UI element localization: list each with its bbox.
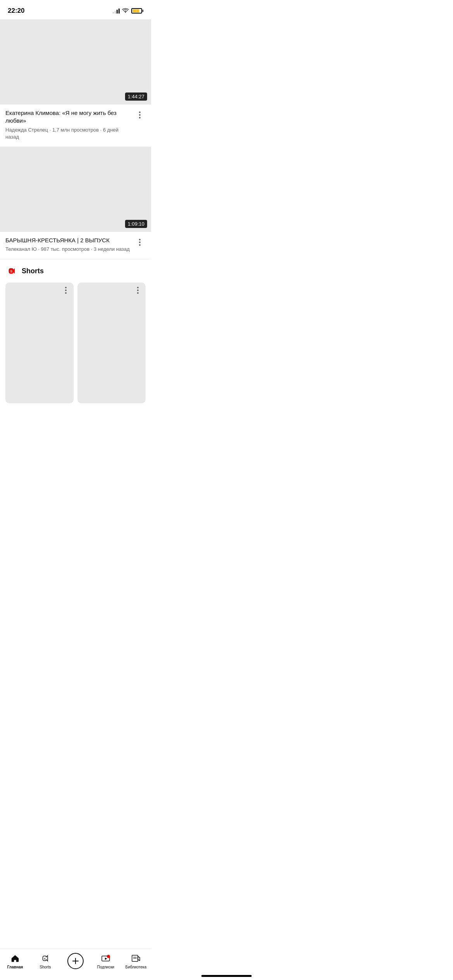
video-title-2[interactable]: БАРЫШНЯ-КРЕСТЬЯНКА | 2 ВЫПУСК — [5, 236, 130, 244]
status-bar: 22:20 ⚡ — [0, 0, 151, 19]
video-card: 1:44:27 Екатерина Климова: «Я не могу жи… — [0, 19, 151, 147]
shorts-row — [5, 283, 146, 403]
svg-text:S: S — [10, 269, 12, 273]
video-duration-2: 1:09:10 — [125, 220, 147, 228]
short-more-button-2[interactable] — [132, 285, 143, 296]
three-dots-icon-1 — [139, 111, 141, 118]
battery-icon: ⚡ — [131, 8, 143, 14]
short-thumbnail-1[interactable] — [5, 283, 74, 403]
status-time: 22:20 — [8, 7, 24, 15]
shorts-section: S Shorts — [0, 259, 151, 408]
shorts-section-title: Shorts — [22, 267, 44, 275]
nav-spacer — [0, 408, 151, 447]
video-meta-1: Надежда Стрелец · 1,7 млн просмотров · 6… — [5, 127, 130, 140]
video-more-button-1[interactable] — [134, 109, 146, 121]
three-dots-icon-2 — [139, 239, 141, 246]
short-thumbnail-2[interactable] — [77, 283, 146, 403]
short-dots-icon-2 — [137, 287, 139, 294]
short-card-2[interactable] — [77, 283, 146, 403]
shorts-header: S Shorts — [5, 265, 146, 277]
video-text-2: БАРЫШНЯ-КРЕСТЬЯНКА | 2 ВЫПУСК Телеканал … — [5, 236, 130, 253]
video-text-1: Екатерина Климова: «Я не могу жить без л… — [5, 109, 130, 140]
video-feed: 1:44:27 Екатерина Климова: «Я не могу жи… — [0, 19, 151, 447]
video-info-2: БАРЫШНЯ-КРЕСТЬЯНКА | 2 ВЫПУСК Телеканал … — [0, 232, 151, 259]
wifi-icon — [122, 8, 129, 14]
video-meta-2: Телеканал Ю · 987 тыс. просмотров · 3 не… — [5, 246, 130, 253]
video-thumbnail-1[interactable]: 1:44:27 — [0, 19, 151, 105]
video-more-button-2[interactable] — [134, 236, 146, 248]
signal-icon — [113, 8, 120, 14]
status-icons: ⚡ — [113, 8, 143, 14]
video-card-2: 1:09:10 БАРЫШНЯ-КРЕСТЬЯНКА | 2 ВЫПУСК Те… — [0, 147, 151, 259]
video-info-1: Екатерина Климова: «Я не могу жить без л… — [0, 105, 151, 147]
shorts-logo-icon: S — [5, 265, 18, 277]
video-duration-1: 1:44:27 — [125, 93, 147, 101]
video-thumbnail-2[interactable]: 1:09:10 — [0, 147, 151, 232]
short-card-1[interactable] — [5, 283, 74, 403]
short-dots-icon-1 — [65, 287, 67, 294]
video-title-1[interactable]: Екатерина Климова: «Я не могу жить без л… — [5, 109, 130, 125]
short-more-button-1[interactable] — [60, 285, 71, 296]
